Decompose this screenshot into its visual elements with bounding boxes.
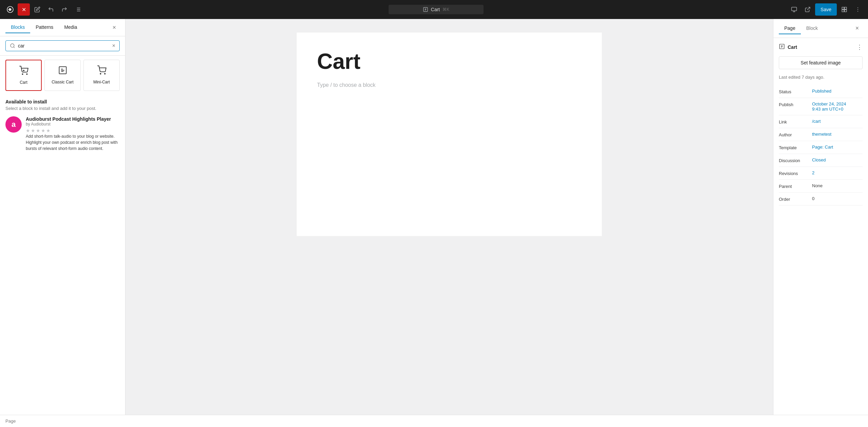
block-item-mini-cart[interactable]: Mini-Cart [83,60,120,91]
cart-block-icon [19,66,28,77]
tab-blocks[interactable]: Blocks [5,22,30,33]
block-item-cart-label: Cart [20,80,27,85]
bottom-bar: Page [0,415,868,427]
view-button[interactable] [788,3,800,16]
plugin-by: by Audioburst [26,122,120,127]
inserter-search-area: × [0,36,125,56]
external-link-button[interactable] [802,3,814,16]
block-title: Cart [788,44,854,50]
star-rating: ★ ★ ★ ★ ★ [26,128,120,133]
meta-label-template: Template [779,144,809,150]
page-title-heading: Cart [317,49,581,74]
search-icon [10,43,15,48]
toolbar: ✕ [0,0,868,19]
svg-rect-12 [792,7,797,11]
svg-point-22 [857,11,858,12]
svg-rect-16 [842,7,844,9]
tab-media[interactable]: Media [59,22,82,33]
meta-value-parent: None [812,183,823,188]
meta-label-discussion: Discussion [779,157,809,163]
block-grid: Cart Classic Cart [5,60,120,91]
inserter-content: Cart Classic Cart [0,56,125,415]
block-more-options-button[interactable]: ⋮ [856,43,863,51]
mini-cart-block-icon [97,65,106,77]
redo-button[interactable] [58,3,71,16]
svg-rect-19 [842,10,844,12]
svg-point-31 [104,73,105,74]
plugin-name: Audioburst Podcast Highlights Player [26,116,120,122]
save-button[interactable]: Save [815,3,837,16]
meta-row-template: Template Page: Cart [779,141,863,154]
meta-label-parent: Parent [779,183,809,189]
inserter-header: Blocks Patterns Media × [0,19,125,36]
toolbar-center: Cart ⌘K [85,5,787,14]
meta-value-publish[interactable]: October 24, 2024 9:43 am UTC+0 [812,101,846,112]
svg-point-23 [11,44,14,47]
meta-value-status[interactable]: Published [812,89,831,94]
plugin-item-audioburst[interactable]: a Audioburst Podcast Highlights Player b… [5,116,120,152]
last-edited-text: Last edited 7 days ago. [779,75,863,80]
available-section-title: Available to install [5,99,120,104]
search-clear-button[interactable]: × [112,43,115,49]
meta-label-link: Link [779,119,809,124]
meta-label-status: Status [779,89,809,94]
tab-block[interactable]: Block [801,23,823,34]
set-featured-image-button[interactable]: Set featured image [779,56,863,69]
meta-label-order: Order [779,196,809,202]
block-item-cart[interactable]: Cart [5,60,42,91]
more-options-button[interactable] [852,3,864,16]
meta-row-link: Link /cart [779,115,863,128]
tab-page[interactable]: Page [779,23,801,34]
svg-point-21 [857,9,858,10]
available-section-subtitle: Select a block to install and add it to … [5,106,120,111]
inserter-close-button[interactable]: × [109,22,120,33]
undo-button[interactable] [45,3,57,16]
plugin-icon-audioburst: a [5,116,22,133]
meta-label-author: Author [779,132,809,137]
right-sidebar: Page Block × Cart ⋮ Set featured i [773,19,868,415]
list-view-button[interactable] [72,3,84,16]
wp-logo[interactable] [4,3,16,16]
meta-value-revisions[interactable]: 2 [812,170,814,175]
main-layout: Blocks Patterns Media × × [0,19,868,415]
svg-point-25 [22,74,23,74]
meta-value-link[interactable]: /cart [812,119,821,124]
meta-value-discussion[interactable]: Closed [812,157,826,162]
meta-row-order: Order 0 [779,193,863,206]
svg-point-30 [100,73,101,74]
block-item-classic-cart-label: Classic Cart [52,80,74,84]
block-item-classic-cart[interactable]: Classic Cart [44,60,81,91]
meta-value-order: 0 [812,196,814,201]
meta-label-revisions: Revisions [779,170,809,176]
svg-rect-17 [845,7,847,9]
svg-line-15 [807,7,810,10]
close-button[interactable]: ✕ [18,3,30,16]
meta-value-author[interactable]: themetest [812,132,831,137]
search-input[interactable] [18,43,110,48]
edit-button[interactable] [31,3,43,16]
settings-button[interactable] [838,3,850,16]
meta-value-template[interactable]: Page: Cart [812,144,833,150]
keyboard-shortcut: ⌘K [442,7,449,12]
plugin-info: Audioburst Podcast Highlights Player by … [26,116,120,152]
svg-line-24 [14,47,15,48]
svg-rect-18 [845,10,847,12]
editor-canvas[interactable]: Cart Type / to choose a block [297,33,602,236]
meta-row-publish: Publish October 24, 2024 9:43 am UTC+0 [779,98,863,115]
inserter-panel: Blocks Patterns Media × × [0,19,125,415]
available-section: Available to install Select a block to i… [5,99,120,152]
meta-row-status: Status Published [779,85,863,98]
search-wrapper: × [5,40,120,51]
right-sidebar-close-button[interactable]: × [852,23,863,34]
block-placeholder[interactable]: Type / to choose a block [317,82,581,88]
editor-area: Cart Type / to choose a block [125,19,773,415]
right-sidebar-header: Page Block × [773,19,868,38]
svg-point-1 [9,8,12,11]
page-title-button[interactable]: Cart ⌘K [389,5,484,14]
block-info-header: Cart ⋮ [779,43,863,51]
tab-patterns[interactable]: Patterns [30,22,59,33]
meta-row-revisions: Revisions 2 [779,167,863,180]
block-item-mini-cart-label: Mini-Cart [93,80,110,84]
plugin-desc: Add short-form talk-audio to your blog o… [26,133,120,152]
svg-point-26 [26,74,27,74]
